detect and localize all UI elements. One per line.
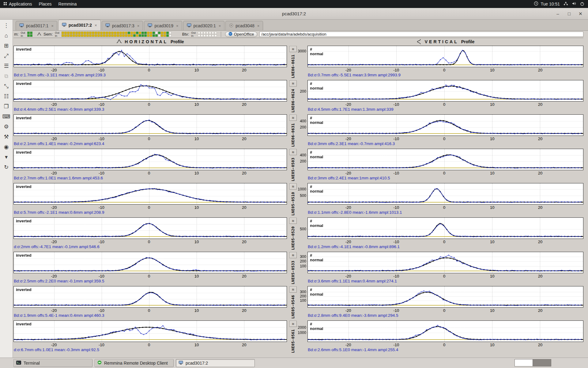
- tab-label: pcad3017:2: [69, 23, 92, 28]
- volume-icon[interactable]: [572, 2, 576, 6]
- tab-close-icon[interactable]: ×: [95, 23, 97, 28]
- y-tick-label: 200: [293, 259, 306, 263]
- x-tick-label: -20: [341, 240, 355, 244]
- status-cell: [133, 32, 136, 34]
- tab-pcad3048[interactable]: pcad3048×: [225, 21, 263, 30]
- chevron-down-icon[interactable]: ▾: [5, 154, 8, 160]
- tab-pcad3017:3[interactable]: pcad3017:3×: [102, 21, 143, 30]
- x-tick-label: -10: [95, 343, 108, 347]
- workspace-2[interactable]: [533, 359, 551, 366]
- x-tick-label: -20: [47, 274, 61, 278]
- status-cell: [64, 34, 67, 37]
- device-settings-button[interactable]: ≋: [289, 218, 297, 224]
- power-icon[interactable]: [580, 2, 584, 7]
- tab-pcad3020:1[interactable]: pcad3020:1×: [183, 21, 225, 30]
- window-mode-icon[interactable]: ❐: [4, 104, 9, 109]
- tab-close-icon[interactable]: ×: [137, 24, 140, 28]
- scale-window-icon[interactable]: ⤡: [4, 83, 8, 89]
- vertical-profile-icon: [417, 39, 422, 44]
- status-cell: [114, 32, 116, 34]
- x-tick-label: -10: [390, 102, 403, 107]
- plot-mode-label: # normal: [310, 184, 323, 194]
- tab-pcad3019[interactable]: pcad3019×: [144, 21, 182, 30]
- x-tick-label: 0: [142, 136, 156, 141]
- plot-mode-label: # normal: [310, 150, 323, 159]
- x-tick-label: -20: [341, 102, 355, 107]
- status-cell: [158, 34, 160, 37]
- fit-stats: Bd:σ:1.2mm offs:-4.1E1 mean:-0.8mm ampl:…: [308, 244, 400, 249]
- vertical-profile-title: VERTICAL: [425, 39, 458, 44]
- status-cell: [125, 32, 127, 34]
- status-cell: [108, 32, 111, 34]
- x-tick-label: 10: [190, 240, 203, 244]
- panel-menus: Applications Places Remmina: [0, 0, 80, 8]
- x-tick-label: -10: [390, 308, 403, 313]
- network-icon[interactable]: [564, 2, 568, 6]
- tab-close-icon[interactable]: ×: [51, 24, 54, 28]
- vertical-profile-plot-canvas: [308, 252, 583, 273]
- fit-stats: Bd:σ:1.9mm offs:5.4E-1 mean:0.4mm ampl:4…: [14, 313, 104, 318]
- status-cell: [70, 32, 72, 34]
- taskbar-item-remmina-remote-desktop-client[interactable]: Remmina Remote Desktop Client: [95, 359, 174, 367]
- tab-close-icon[interactable]: ×: [176, 24, 179, 28]
- vertical-profile-plot-canvas: [308, 218, 583, 239]
- menu-remmina[interactable]: Remmina: [55, 0, 80, 8]
- openoffice-button[interactable]: OpenOffice: [225, 32, 258, 37]
- refresh-icon[interactable]: ↻: [4, 164, 9, 170]
- tools-icon[interactable]: ⚒: [4, 134, 9, 140]
- settings-gear-icon[interactable]: ⚙: [4, 124, 9, 129]
- status-cell: [97, 32, 100, 34]
- capture-area-icon[interactable]: ⊞: [4, 43, 9, 48]
- x-tick-label: 0: [142, 68, 156, 72]
- taskbar-item-label: pcad3017:2: [186, 361, 208, 366]
- grid-view-icon[interactable]: ☷: [4, 94, 9, 99]
- plot-mode-label: # normal: [310, 116, 323, 125]
- status-cell: [125, 34, 127, 37]
- fullscreen-icon[interactable]: ⤢: [4, 53, 8, 59]
- x-tick-label: -20: [47, 171, 61, 175]
- tab-pcad3017:1[interactable]: pcad3017:1×: [16, 21, 57, 30]
- vertical-profile-header: VERTICAL Profile: [307, 39, 583, 44]
- tab-pcad3017:2[interactable]: pcad3017:2×: [58, 20, 101, 30]
- multi-monitor-icon[interactable]: ⧉: [4, 73, 8, 79]
- y-tick-label: 300: [293, 255, 306, 259]
- x-tick-label: -10: [95, 205, 108, 210]
- tab-close-icon[interactable]: ×: [219, 24, 221, 28]
- plot-mode-label: # normal: [310, 287, 323, 297]
- home-icon[interactable]: ⌂: [5, 33, 8, 38]
- tab-close-icon[interactable]: ×: [257, 24, 260, 28]
- status-cell: [147, 34, 149, 37]
- maximize-button[interactable]: □: [565, 10, 573, 17]
- y-tick-label: 500: [293, 194, 306, 198]
- menu-places[interactable]: Places: [36, 0, 55, 8]
- status-cell: [73, 34, 75, 37]
- close-button[interactable]: ✕: [577, 10, 584, 17]
- status-cell: [30, 34, 32, 37]
- status-cell: [81, 34, 83, 37]
- screenshot-icon[interactable]: ◉: [4, 144, 9, 150]
- kebab-menu-icon[interactable]: ⋮: [4, 23, 9, 28]
- profile-icon: [37, 32, 41, 36]
- status-cell: [84, 32, 86, 34]
- vertical-profile-plot-canvas: [308, 149, 583, 170]
- view-list-icon[interactable]: ☰: [4, 63, 9, 69]
- workspace-1[interactable]: [514, 359, 533, 366]
- menu-applications[interactable]: Applications: [0, 0, 36, 8]
- taskbar-item-terminal[interactable]: Terminal: [13, 359, 92, 367]
- x-tick-label: 0: [142, 308, 156, 313]
- taskbar-item-label: Remmina Remote Desktop Client: [104, 361, 168, 366]
- window-titlebar[interactable]: pcad3017:2 – □ ✕: [0, 8, 588, 20]
- horizontal-profile-title: HORIZONTAL: [125, 39, 168, 44]
- taskbar-item-pcad3017-2[interactable]: pcad3017:2: [176, 359, 255, 367]
- keyboard-icon[interactable]: ⌨: [2, 114, 10, 119]
- path-field[interactable]: /acc/java/data/lna/adebds/acquisition: [259, 32, 583, 37]
- minimize-button[interactable]: –: [554, 10, 562, 17]
- device-settings-button[interactable]: ≋: [289, 80, 297, 86]
- vertical-profile-plot: [307, 80, 583, 102]
- vertical-profile-plot-canvas: [308, 286, 583, 307]
- x-tick-label: 0: [438, 68, 451, 72]
- status-cell: [27, 34, 30, 37]
- clock-menu[interactable]: Tue 10:51: [534, 1, 560, 7]
- btv-status-strip: [198, 32, 217, 37]
- fit-stats: Bd:σ:2.1mm offs:1.4E1 mean:-0.2mm ampl:6…: [14, 141, 104, 146]
